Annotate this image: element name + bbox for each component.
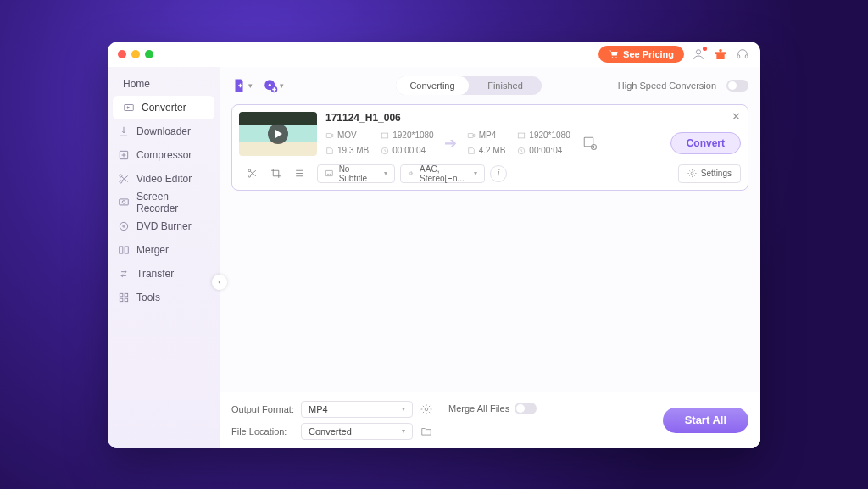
highspeed-label: High Speed Conversion [618, 81, 716, 91]
svg-rect-12 [120, 198, 129, 204]
arrow-right-icon: ➔ [441, 134, 460, 153]
sidebar-item-converter[interactable]: Converter [113, 96, 214, 119]
video-icon [467, 131, 476, 140]
sidebar-item-screen-recorder[interactable]: Screen Recorder [108, 191, 220, 214]
video-thumbnail[interactable] [239, 112, 317, 156]
svg-rect-18 [120, 293, 123, 297]
subtitle-icon [325, 169, 334, 178]
svg-point-14 [120, 222, 127, 230]
convert-button[interactable]: Convert [670, 132, 741, 154]
media-info-button[interactable]: i [490, 165, 507, 182]
audio-icon [408, 169, 415, 178]
close-window-button[interactable] [118, 50, 126, 58]
svg-point-34 [248, 175, 250, 177]
svg-point-33 [248, 169, 250, 172]
crop-button[interactable] [270, 168, 281, 180]
add-file-button[interactable]: ▾ [231, 78, 253, 93]
clock-icon [381, 147, 389, 155]
minimize-window-button[interactable] [131, 50, 140, 58]
svg-point-37 [425, 408, 428, 411]
svg-point-13 [122, 200, 125, 203]
account-button[interactable] [691, 47, 706, 62]
gift-button[interactable] [713, 47, 728, 62]
add-disc-icon [263, 78, 278, 93]
sidebar-item-compressor[interactable]: Compressor [108, 143, 220, 167]
sidebar-item-label: Video Editor [136, 173, 192, 185]
svg-rect-35 [326, 170, 332, 175]
svg-rect-16 [120, 246, 123, 253]
svg-rect-19 [125, 293, 128, 297]
sidebar-item-transfer[interactable]: Transfer [108, 262, 220, 286]
gear-icon [420, 403, 432, 415]
tools-icon [118, 292, 130, 303]
size-icon [467, 147, 476, 155]
svg-rect-6 [737, 54, 740, 58]
remove-file-button[interactable]: ✕ [732, 110, 741, 123]
highspeed-toggle[interactable] [726, 80, 748, 92]
resolution-icon [517, 131, 526, 140]
audio-dropdown[interactable]: AAC, Stereo[En...▾ [400, 164, 485, 183]
sidebar-item-label: Compressor [136, 149, 192, 161]
sidebar-item-tools[interactable]: Tools [108, 286, 220, 309]
tab-finished[interactable]: Finished [469, 76, 542, 95]
file-location-dropdown[interactable]: Converted▾ [301, 423, 413, 440]
see-pricing-button[interactable]: See Pricing [598, 46, 684, 63]
title-bar: See Pricing [108, 42, 760, 67]
sidebar-item-home[interactable]: Home [108, 72, 220, 96]
video-icon [326, 131, 334, 140]
open-folder-button[interactable] [420, 425, 433, 438]
output-format-dropdown[interactable]: MP4▾ [301, 401, 413, 418]
add-disc-button[interactable]: ▾ [263, 78, 284, 93]
size-icon [326, 147, 334, 155]
target-meta: MP4 1920*1080 4.2 MB 00:00:04 [467, 129, 570, 158]
download-icon [118, 125, 130, 137]
tab-converting[interactable]: Converting [396, 76, 469, 95]
chevron-down-icon: ▾ [474, 169, 477, 177]
list-icon [294, 168, 305, 179]
chevron-down-icon: ▾ [248, 81, 253, 90]
support-button[interactable] [735, 47, 750, 62]
svg-rect-26 [382, 133, 389, 138]
status-segment: Converting Finished [396, 76, 542, 95]
headset-icon [736, 47, 749, 61]
svg-point-2 [696, 49, 700, 53]
collapse-sidebar-button[interactable]: ‹ [212, 275, 227, 290]
svg-point-23 [269, 83, 271, 86]
scissors-icon [247, 168, 258, 179]
sidebar-item-merger[interactable]: Merger [108, 238, 220, 262]
scissors-icon [118, 173, 130, 185]
svg-rect-20 [120, 298, 123, 302]
effects-button[interactable] [293, 168, 305, 180]
merge-label: Merge All Files [448, 403, 509, 414]
maximize-window-button[interactable] [145, 50, 153, 58]
converter-icon [123, 102, 135, 114]
svg-point-36 [691, 172, 693, 175]
gear-icon [687, 169, 697, 178]
file-location-label: File Location: [231, 426, 294, 436]
footer: Output Format: MP4▾ File Location: Conve… [220, 392, 760, 448]
sidebar-item-label: Converter [142, 102, 186, 114]
gift-icon [714, 47, 727, 61]
source-meta: MOV 1920*1080 19.3 MB 00:00:04 [326, 129, 434, 158]
app-window: See Pricing Home Converter Downloader [108, 42, 760, 448]
output-format-label: Output Format: [231, 404, 294, 414]
clock-icon [517, 147, 526, 155]
subtitle-dropdown[interactable]: No Subtitle▾ [317, 164, 395, 183]
sidebar-item-label: Transfer [136, 268, 174, 280]
start-all-button[interactable]: Start All [663, 408, 748, 433]
sidebar-item-label: Screen Recorder [136, 191, 209, 214]
file-settings-button[interactable]: Settings [678, 164, 741, 183]
cart-icon [609, 49, 619, 59]
svg-point-11 [120, 181, 122, 183]
sidebar-item-downloader[interactable]: Downloader [108, 119, 220, 143]
output-format-settings-button[interactable] [420, 403, 433, 416]
sidebar-item-video-editor[interactable]: Video Editor [108, 167, 220, 191]
trim-button[interactable] [246, 168, 258, 180]
svg-rect-7 [745, 54, 748, 58]
svg-rect-28 [468, 133, 473, 137]
output-preset-button[interactable] [582, 136, 598, 151]
svg-point-10 [120, 175, 122, 177]
sidebar-item-dvd-burner[interactable]: DVD Burner [108, 214, 220, 238]
transfer-icon [118, 268, 130, 280]
merge-toggle[interactable] [515, 403, 537, 414]
